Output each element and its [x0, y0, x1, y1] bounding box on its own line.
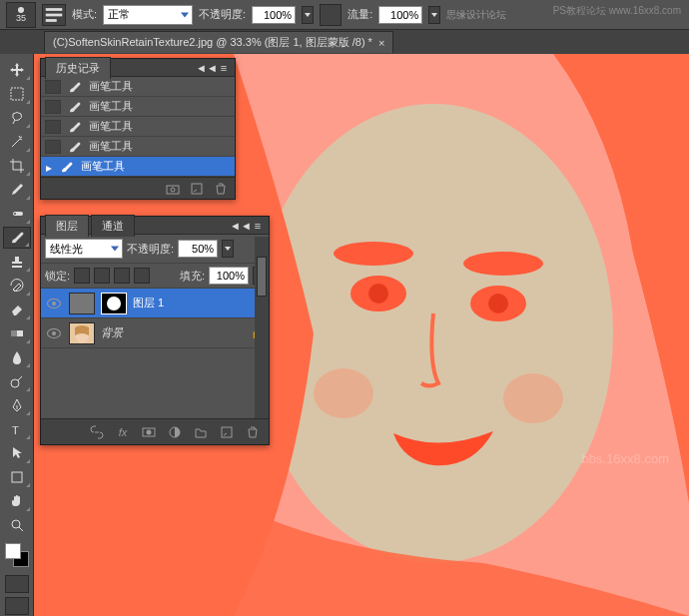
flow-input[interactable]: 100%	[378, 6, 422, 24]
brush-icon	[67, 80, 83, 94]
mode-label: 模式:	[72, 7, 97, 22]
layer-row[interactable]: 背景 🔒	[41, 318, 269, 348]
layer-mask-thumbnail[interactable]	[101, 293, 127, 314]
layer-blend-mode-select[interactable]: 线性光	[45, 239, 123, 259]
svg-rect-0	[46, 8, 63, 11]
tools-panel: T	[0, 54, 34, 616]
brush-tool[interactable]	[3, 227, 31, 249]
document-title: (C)SoftenSkinRetainTexture2.jpg @ 33.3% …	[53, 35, 372, 50]
new-layer-icon[interactable]	[219, 424, 235, 440]
delete-layer-icon[interactable]	[245, 424, 261, 440]
lock-pixels-icon[interactable]	[94, 268, 110, 284]
spot-heal-tool[interactable]	[3, 203, 31, 225]
lasso-tool[interactable]	[3, 107, 31, 129]
svg-point-11	[314, 368, 373, 418]
history-vis-icon[interactable]	[45, 100, 61, 114]
new-snapshot-icon[interactable]	[165, 181, 181, 197]
brush-panel-toggle[interactable]	[42, 4, 66, 26]
layer-opacity-slider[interactable]	[222, 240, 234, 258]
layer-thumbnail[interactable]	[69, 293, 95, 314]
header-watermark: 思缘设计论坛	[446, 8, 506, 22]
history-brush-tool[interactable]	[3, 275, 31, 297]
hand-tool[interactable]	[3, 490, 31, 512]
gradient-tool[interactable]	[3, 322, 31, 344]
visibility-toggle[interactable]	[45, 324, 63, 342]
layer-thumbnail[interactable]	[69, 322, 95, 344]
layer-row[interactable]: 图层 1	[41, 289, 269, 318]
fill-label: 填充:	[180, 269, 205, 284]
layer-name[interactable]: 背景	[101, 325, 123, 340]
marquee-tool[interactable]	[3, 83, 31, 105]
delete-state-icon[interactable]	[213, 181, 229, 197]
scrollbar-thumb[interactable]	[257, 257, 267, 297]
new-group-icon[interactable]	[193, 424, 209, 440]
panel-menu-icon[interactable]: ≡	[251, 220, 265, 232]
layer-opacity-input[interactable]: 50%	[178, 240, 218, 258]
layers-controls-row: 线性光 不透明度: 50%	[41, 235, 269, 264]
brush-preset-picker[interactable]: 35	[6, 2, 36, 28]
history-vis-icon[interactable]	[45, 120, 61, 134]
svg-point-10	[488, 294, 508, 313]
svg-point-9	[368, 284, 388, 304]
panel-menu-icon[interactable]: ≡	[217, 62, 231, 74]
quick-mask-toggle[interactable]	[5, 575, 29, 593]
history-tab[interactable]: 历史记录	[45, 57, 111, 79]
type-tool[interactable]: T	[3, 418, 31, 440]
fill-input[interactable]: 100%	[209, 267, 249, 285]
pen-tool[interactable]	[3, 394, 31, 416]
document-tab[interactable]: (C)SoftenSkinRetainTexture2.jpg @ 33.3% …	[44, 31, 393, 53]
lock-position-icon[interactable]	[114, 268, 130, 284]
eraser-tool[interactable]	[3, 299, 31, 320]
history-item[interactable]: 画笔工具	[41, 97, 235, 117]
history-panel-header[interactable]: 历史记录 ◄◄ ≡	[41, 59, 235, 77]
magic-wand-tool[interactable]	[3, 131, 31, 153]
layer-style-icon[interactable]: fx	[115, 424, 131, 440]
history-item[interactable]: 画笔工具	[41, 117, 235, 137]
foreground-color[interactable]	[5, 543, 21, 559]
blur-tool[interactable]	[3, 346, 31, 368]
history-item-label: 画笔工具	[89, 139, 133, 154]
link-layers-icon[interactable]	[89, 424, 105, 440]
history-vis-icon[interactable]	[45, 140, 61, 154]
layers-footer: fx	[41, 418, 269, 444]
layers-scrollbar[interactable]	[255, 237, 269, 418]
visibility-toggle[interactable]	[45, 295, 63, 312]
layers-list: 图层 1 背景 🔒	[41, 289, 269, 418]
history-item-label: 画笔工具	[89, 119, 133, 134]
layers-tab[interactable]: 图层	[45, 215, 89, 237]
layer-name[interactable]: 图层 1	[133, 296, 164, 310]
svg-point-6	[463, 252, 543, 276]
history-item[interactable]: 画笔工具	[41, 137, 235, 157]
history-item[interactable]: 画笔工具	[41, 157, 235, 177]
history-current-marker	[45, 163, 53, 171]
history-vis-icon[interactable]	[45, 80, 61, 94]
panel-collapse-icon[interactable]: ◄◄	[234, 220, 248, 232]
opacity-input[interactable]: 100%	[252, 6, 296, 24]
opacity-slider-toggle[interactable]	[302, 6, 314, 24]
svg-text:T: T	[12, 424, 19, 436]
stamp-tool[interactable]	[3, 251, 31, 273]
crop-tool[interactable]	[3, 155, 31, 177]
pressure-opacity-button[interactable]	[320, 4, 342, 26]
flow-slider-toggle[interactable]	[428, 6, 440, 24]
new-state-icon[interactable]	[189, 181, 205, 197]
blend-mode-select[interactable]: 正常	[103, 5, 193, 25]
path-select-tool[interactable]	[3, 442, 31, 464]
layers-panel-header[interactable]: 图层 通道 ◄◄ ≡	[41, 217, 269, 235]
dodge-tool[interactable]	[3, 370, 31, 392]
lock-all-icon[interactable]	[134, 268, 150, 284]
screen-mode-toggle[interactable]	[5, 597, 29, 615]
layer-mask-icon[interactable]	[141, 424, 157, 440]
zoom-tool[interactable]	[3, 514, 31, 536]
lock-transparent-icon[interactable]	[74, 268, 90, 284]
color-swatches[interactable]	[3, 541, 31, 569]
adjustment-layer-icon[interactable]	[167, 424, 183, 440]
panel-collapse-icon[interactable]: ◄◄	[200, 62, 214, 74]
eyedropper-tool[interactable]	[3, 179, 31, 201]
move-tool[interactable]	[3, 59, 31, 81]
channels-tab[interactable]: 通道	[91, 215, 135, 237]
shape-tool[interactable]	[3, 466, 31, 488]
close-icon[interactable]: ×	[378, 37, 384, 49]
history-item[interactable]: 画笔工具	[41, 77, 235, 97]
svg-rect-13	[11, 88, 23, 100]
